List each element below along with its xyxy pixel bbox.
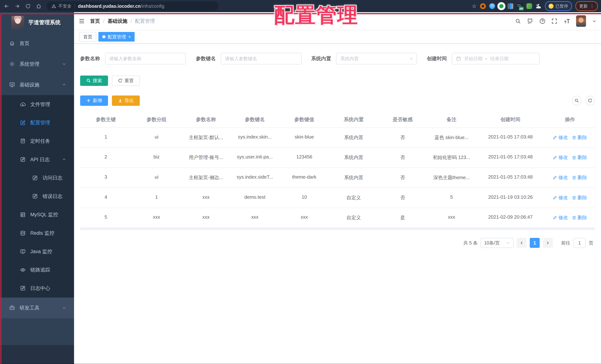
sidebar-item-11[interactable]: Java 监控 <box>0 242 74 261</box>
user-caret-down-icon[interactable] <box>592 19 596 23</box>
refresh-table-button[interactable] <box>585 96 595 105</box>
ext-green-circle-icon[interactable] <box>499 3 504 9</box>
edit-link[interactable]: 修改 <box>553 194 568 201</box>
tab-close-icon[interactable]: × <box>128 34 131 39</box>
page-size-select[interactable]: 10条/页 <box>481 238 514 248</box>
page-content: 参数名称 参数键名 系统内置 系统内置 创建时间 <box>74 44 601 248</box>
ext-grid-icon[interactable] <box>508 3 513 9</box>
actions-cell: 修改删除 <box>545 148 595 168</box>
table-cell: 是 <box>378 208 427 228</box>
sidebar-item-4[interactable]: 配置管理 <box>0 113 74 132</box>
sidebar-item-9[interactable]: MySQL 监控 <box>0 206 74 224</box>
next-page-button[interactable] <box>543 238 553 248</box>
goto-page-input[interactable] <box>573 238 586 248</box>
sidebar-item-2[interactable]: 基础设施 <box>0 74 74 95</box>
column-header: 参数键值 <box>279 112 329 128</box>
github-icon[interactable] <box>527 18 533 24</box>
paused-chip-label: 已暂停 <box>556 3 568 9</box>
sidebar-item-6[interactable]: API 日志 <box>0 150 74 169</box>
delete-link[interactable]: 删除 <box>572 194 587 201</box>
sidebar-item-0[interactable]: 首页 <box>0 33 74 54</box>
kebab-menu-icon[interactable]: ⋮ <box>590 4 594 9</box>
actions-cell: 修改删除 <box>545 208 595 228</box>
update-label: 更新 <box>579 3 588 9</box>
breadcrumb-home[interactable]: 首页 <box>90 18 100 24</box>
sidebar-item-8[interactable]: 错误日志 <box>0 187 74 206</box>
header-search-icon[interactable] <box>515 18 521 24</box>
sidebar-item-14[interactable]: 研发工具 <box>0 297 74 318</box>
edit-link[interactable]: 修改 <box>553 214 568 221</box>
edit-link[interactable]: 修改 <box>553 174 568 181</box>
help-icon[interactable] <box>539 18 545 24</box>
actions-cell: 修改删除 <box>545 188 595 208</box>
toggle-search-button[interactable] <box>572 96 582 105</box>
active-tab-dot <box>102 35 105 38</box>
sidebar-item-1[interactable]: 系统管理 <box>0 54 74 74</box>
paused-extension-chip[interactable]: 已暂停 <box>545 1 572 11</box>
edit-link[interactable]: 修改 <box>553 154 568 161</box>
breadcrumb-infra[interactable]: 基础设施 <box>108 18 127 24</box>
column-header: 操作 <box>545 112 595 128</box>
sidebar-item-13[interactable]: 日志中心 <box>0 279 74 297</box>
browser-home-icon[interactable] <box>35 2 43 10</box>
table-cell: skin-blue <box>279 128 329 148</box>
prev-page-button[interactable] <box>517 238 527 248</box>
param-name-input[interactable] <box>105 53 186 64</box>
tab-home[interactable]: 首页 <box>80 32 96 41</box>
table-cell: 系统内置 <box>329 128 378 148</box>
download-icon <box>118 98 123 103</box>
delete-link-label: 删除 <box>578 134 587 141</box>
extensions-puzzle-icon[interactable] <box>536 3 541 9</box>
browser-reload-icon[interactable] <box>24 2 32 10</box>
edit-link[interactable]: 修改 <box>553 134 568 141</box>
add-button[interactable]: 新增 <box>80 95 108 106</box>
table-cell: 123456 <box>279 148 329 168</box>
create-time-range-picker[interactable]: 开始日期 - 结束日期 <box>452 53 540 64</box>
ext-on-badge-icon[interactable]: on <box>517 3 523 9</box>
sidebar-collapse-icon[interactable] <box>79 18 85 24</box>
goto-label: 前往 <box>561 240 570 246</box>
ext-orange-ring-icon[interactable] <box>480 3 486 9</box>
search-button[interactable]: 搜索 <box>80 76 108 86</box>
delete-link[interactable]: 删除 <box>572 134 587 141</box>
reset-button[interactable]: 重置 <box>112 76 140 86</box>
address-bar[interactable]: 不安全 dashboard.yudao.iocoder.cn/infra/con… <box>47 1 219 11</box>
sidebar-item-12[interactable]: 链路追踪 <box>0 261 74 279</box>
ext-blue-pin-icon[interactable] <box>489 3 495 9</box>
table-cell: 蓝色 skin-blue... <box>427 128 476 148</box>
edit-link-label: 修改 <box>558 214 568 221</box>
delete-link[interactable]: 删除 <box>572 214 587 221</box>
bookmark-star-icon[interactable]: ☆ <box>472 3 477 9</box>
sidebar-item-7[interactable]: 访问日志 <box>0 169 74 187</box>
table-cell: 自定义 <box>329 208 378 228</box>
fullscreen-icon[interactable] <box>551 18 557 24</box>
font-size-icon[interactable] <box>563 18 570 24</box>
browser-forward-icon[interactable] <box>13 2 22 10</box>
pencil-icon <box>553 175 557 180</box>
home-icon <box>9 40 15 46</box>
system-builtin-select[interactable]: 系统内置 <box>336 53 417 64</box>
update-browser-button[interactable]: 更新 ⋮ <box>575 1 598 11</box>
user-avatar[interactable] <box>576 15 586 27</box>
table-cell: sys.user.init-pa... <box>230 148 279 168</box>
table-cell: xxx <box>427 208 476 228</box>
browser-back-icon[interactable] <box>2 2 11 10</box>
sidebar-item-3[interactable]: 文件管理 <box>0 95 74 114</box>
pencil-icon <box>553 155 557 160</box>
param-key-input[interactable] <box>221 53 302 64</box>
delete-link[interactable]: 删除 <box>572 174 587 181</box>
chevron-down-icon <box>62 62 66 66</box>
ext-leaf-icon[interactable] <box>526 3 532 9</box>
table-cell: 系统内置 <box>329 168 378 188</box>
page-1-button[interactable]: 1 <box>530 238 540 248</box>
delete-link[interactable]: 删除 <box>572 154 587 161</box>
sidebar-item-label: 访问日志 <box>42 174 62 181</box>
sidebar-item-5[interactable]: 定时任务 <box>0 132 74 150</box>
sidebar-item-label: 系统管理 <box>20 61 40 67</box>
sidebar-logo[interactable]: 芋道管理系统 <box>0 12 74 33</box>
sidebar-item-10[interactable]: Redis 监控 <box>0 224 74 242</box>
tab-config-active[interactable]: 配置管理 × <box>98 32 135 41</box>
table-cell: xxx <box>230 208 279 228</box>
log-icon <box>20 157 26 162</box>
export-button[interactable]: 导出 <box>112 95 140 106</box>
